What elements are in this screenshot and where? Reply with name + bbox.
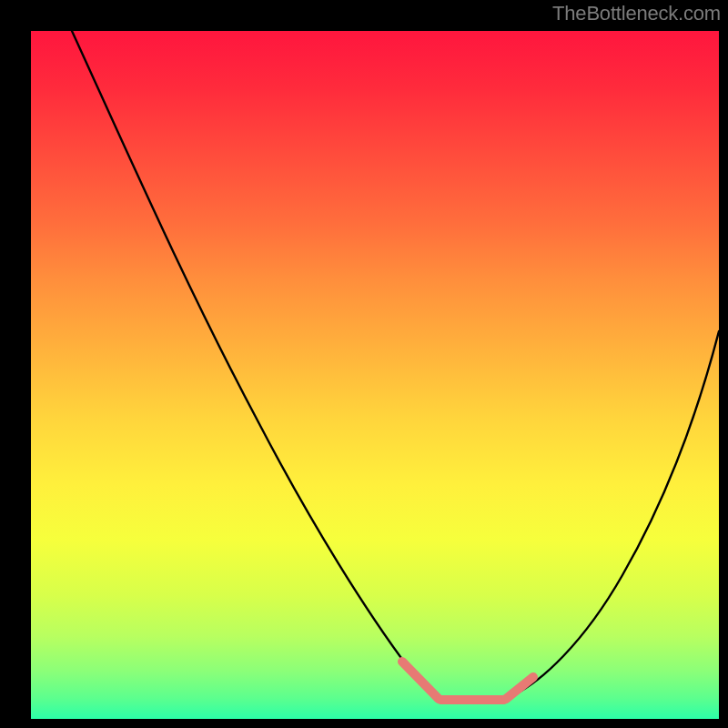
- left-highlight-dash: [402, 662, 439, 699]
- chart-frame: TheBottleneck.com: [0, 0, 728, 728]
- left-curve: [72, 31, 440, 699]
- watermark-text: TheBottleneck.com: [552, 2, 721, 25]
- right-highlight-dash: [506, 677, 533, 699]
- plot-area: [31, 31, 719, 719]
- right-curve: [504, 331, 719, 699]
- curve-layer: [31, 31, 719, 719]
